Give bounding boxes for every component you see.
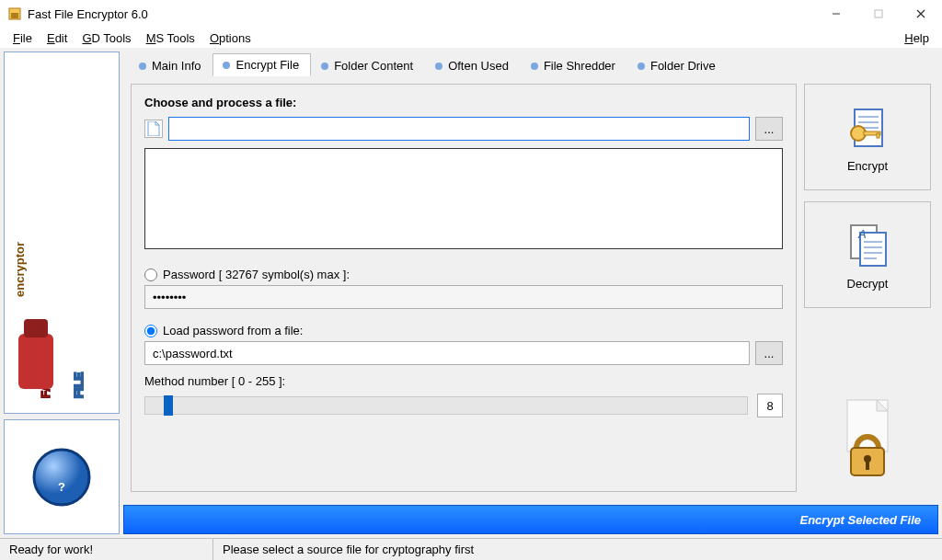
help-panel[interactable]: ? xyxy=(4,419,120,534)
menu-help[interactable]: Help xyxy=(897,29,936,47)
method-row: 8 xyxy=(144,394,783,417)
lock-decoration-area xyxy=(804,319,931,492)
encrypt-button[interactable]: Encrypt xyxy=(804,84,931,190)
minimize-button[interactable] xyxy=(815,0,857,28)
bullet-icon xyxy=(223,62,230,69)
tab-file-shredder[interactable]: File Shredder xyxy=(521,54,627,76)
load-password-radio-row[interactable]: Load password from a file: xyxy=(144,324,783,337)
menu-gd-tools-rest: D Tools xyxy=(92,31,132,45)
encrypt-button-label: Encrypt xyxy=(847,159,888,173)
file-path-input[interactable] xyxy=(168,117,750,141)
status-right-cell: Please select a source file for cryptogr… xyxy=(213,539,942,560)
method-value-display: 8 xyxy=(757,394,783,417)
tab-main-info-label: Main Info xyxy=(152,59,201,73)
load-password-radio-label: Load password from a file: xyxy=(163,324,303,337)
menu-gd-tools[interactable]: GD Tools xyxy=(75,29,138,47)
menu-ms-tools-rest: S Tools xyxy=(155,31,194,45)
tab-strip: Main Info Encrypt File Folder Content Of… xyxy=(123,51,938,76)
file-icon xyxy=(144,120,163,138)
svg-text:encryptor: encryptor xyxy=(13,242,27,297)
svg-rect-31 xyxy=(866,461,869,470)
menu-ms-tools[interactable]: MS Tools xyxy=(139,29,202,47)
svg-text:A: A xyxy=(857,227,867,241)
svg-rect-10 xyxy=(24,319,48,337)
decrypt-button[interactable]: A Decrypt xyxy=(804,201,931,308)
password-radio-label: Password [ 32767 symbol(s) max ]: xyxy=(163,268,350,281)
svg-rect-1 xyxy=(11,13,18,18)
status-right-text: Please select a source file for cryptogr… xyxy=(223,543,474,556)
password-file-row: ... xyxy=(144,341,783,365)
help-icon: ? xyxy=(29,445,94,509)
svg-text:FILE: FILE xyxy=(72,372,86,398)
method-label: Method number [ 0 - 255 ]: xyxy=(144,374,783,388)
tab-encrypt-file[interactable]: Encrypt File xyxy=(213,53,311,76)
menu-help-rest: elp xyxy=(913,31,929,45)
bullet-icon xyxy=(531,63,538,70)
decrypt-button-label: Decrypt xyxy=(847,277,889,291)
svg-rect-9 xyxy=(18,334,53,389)
bullet-icon xyxy=(435,63,442,70)
title-bar: Fast File Encryptor 6.0 xyxy=(0,0,942,28)
encrypt-form-panel: Choose and process a file: ... Password … xyxy=(131,84,797,492)
status-bar: Ready for work! Please select a source f… xyxy=(0,538,942,560)
menu-options[interactable]: Options xyxy=(202,29,258,47)
browse-file-button[interactable]: ... xyxy=(755,117,783,141)
browse-password-file-button[interactable]: ... xyxy=(755,341,783,365)
right-column: Main Info Encrypt File Folder Content Of… xyxy=(123,51,938,534)
menu-file[interactable]: File xyxy=(6,29,40,47)
file-preview-area[interactable] xyxy=(144,148,783,249)
browse-file-label: ... xyxy=(764,122,775,136)
method-slider[interactable] xyxy=(144,396,748,415)
close-button[interactable] xyxy=(900,0,942,28)
tab-often-used-label: Often Used xyxy=(448,59,509,73)
tab-folder-drive-label: Folder Drive xyxy=(650,59,716,73)
file-select-row: ... xyxy=(144,117,783,141)
menu-options-rest: ptions xyxy=(219,31,251,45)
browse-password-file-label: ... xyxy=(764,347,775,360)
form-legend: Choose and process a file: xyxy=(144,96,783,109)
status-left-text: Ready for work! xyxy=(9,543,93,556)
bullet-icon xyxy=(321,63,328,70)
maximize-button[interactable] xyxy=(857,0,900,28)
encrypt-selected-file-bar[interactable]: Encrypt Selected File xyxy=(123,505,938,534)
tab-main-info[interactable]: Main Info xyxy=(129,54,213,76)
password-file-input[interactable] xyxy=(144,341,750,365)
tab-folder-content[interactable]: Folder Content xyxy=(311,54,425,76)
left-column: FILE FAST encryptor ? xyxy=(4,51,120,534)
encrypt-selected-file-label: Encrypt Selected File xyxy=(800,513,922,527)
method-value-text: 8 xyxy=(766,399,773,413)
work-area: FILE FAST encryptor ? Main Info Encrypt … xyxy=(0,48,942,538)
password-radio[interactable] xyxy=(144,269,157,281)
bullet-icon xyxy=(638,63,645,70)
tab-body: Choose and process a file: ... Password … xyxy=(123,75,938,499)
brand-logo-icon: FILE FAST encryptor xyxy=(11,58,112,407)
tab-often-used[interactable]: Often Used xyxy=(425,54,521,76)
menu-bar: File Edit GD Tools MS Tools Options Help xyxy=(0,28,942,48)
tab-file-shredder-label: File Shredder xyxy=(544,59,615,73)
lock-icon xyxy=(831,396,904,488)
bullet-icon xyxy=(139,63,146,70)
password-radio-row[interactable]: Password [ 32767 symbol(s) max ]: xyxy=(144,268,783,281)
svg-rect-19 xyxy=(877,133,879,138)
actions-column: Encrypt A Decrypt xyxy=(804,84,931,492)
window-title: Fast File Encryptor 6.0 xyxy=(28,7,815,21)
status-left-cell: Ready for work! xyxy=(0,539,213,560)
password-input[interactable] xyxy=(144,285,783,309)
encrypt-icon xyxy=(842,102,893,154)
svg-text:?: ? xyxy=(58,480,65,494)
tab-folder-drive[interactable]: Folder Drive xyxy=(627,54,728,76)
svg-rect-3 xyxy=(875,10,882,17)
load-password-radio[interactable] xyxy=(144,325,157,337)
tab-encrypt-file-label: Encrypt File xyxy=(236,58,299,72)
tab-folder-content-label: Folder Content xyxy=(334,59,413,73)
brand-logo-panel: FILE FAST encryptor xyxy=(4,51,120,414)
decrypt-icon: A xyxy=(842,220,893,271)
app-icon xyxy=(7,6,22,21)
menu-edit-rest: dit xyxy=(55,31,68,45)
svg-point-11 xyxy=(34,450,89,505)
method-slider-thumb[interactable] xyxy=(164,395,173,416)
menu-file-rest: ile xyxy=(20,31,32,45)
menu-edit[interactable]: Edit xyxy=(40,29,75,47)
